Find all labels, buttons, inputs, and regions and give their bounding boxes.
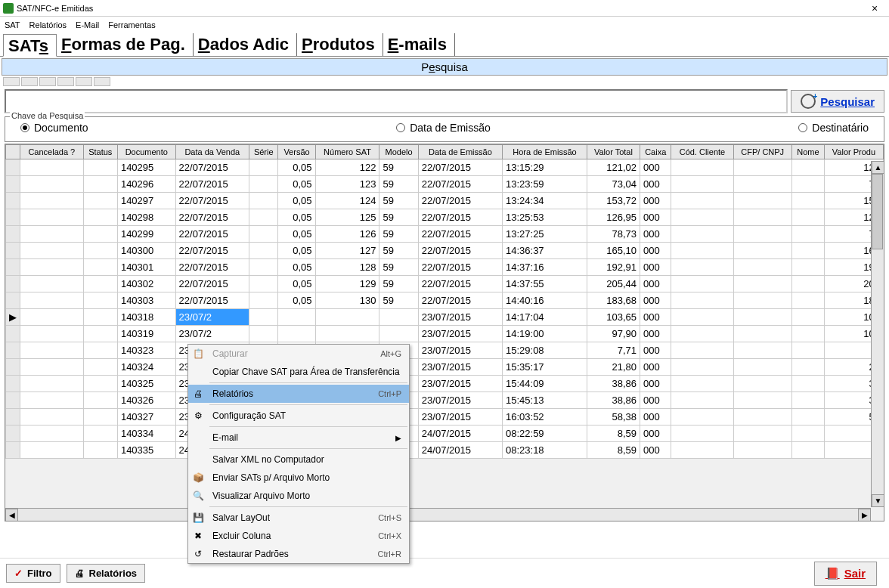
sair-button[interactable]: 📕 Sair: [814, 562, 877, 586]
cell[interactable]: 58,38: [587, 409, 640, 426]
cell[interactable]: 140319: [117, 326, 175, 342]
cell[interactable]: 153,72: [587, 193, 640, 209]
cell[interactable]: [791, 292, 824, 309]
cell[interactable]: [733, 193, 791, 209]
cell[interactable]: 22/07/2015: [418, 159, 502, 176]
cell[interactable]: 59: [379, 226, 418, 243]
table-row[interactable]: 14031923/07/223/07/201514:19:0097,900001…: [6, 326, 884, 342]
cell[interactable]: 000: [640, 259, 671, 276]
cell[interactable]: [83, 159, 117, 176]
cell[interactable]: [791, 226, 824, 243]
cell[interactable]: 15:44:09: [502, 376, 587, 392]
close-button[interactable]: ×: [863, 2, 886, 14]
cell[interactable]: 59: [379, 176, 418, 193]
context-item-e-mail[interactable]: E-mail▶: [188, 429, 409, 447]
cell[interactable]: 129: [315, 276, 379, 292]
cell[interactable]: 140298: [117, 209, 175, 226]
cell[interactable]: 23/07/2015: [418, 309, 502, 326]
cell[interactable]: 140334: [117, 426, 175, 442]
cell[interactable]: [671, 326, 733, 342]
table-row[interactable]: 14032523/07/223/07/201515:44:0938,860003…: [6, 376, 884, 392]
cell[interactable]: 000: [640, 193, 671, 209]
tiny-btn[interactable]: [94, 77, 110, 86]
cell[interactable]: [733, 376, 791, 392]
cell[interactable]: 000: [640, 376, 671, 392]
context-item-restaurar-padr-es[interactable]: ↺Restaurar PadrõesCtrl+R: [188, 545, 409, 563]
cell[interactable]: 124: [315, 193, 379, 209]
cell[interactable]: [671, 376, 733, 392]
cell[interactable]: 000: [640, 309, 671, 326]
tiny-btn[interactable]: [76, 77, 92, 86]
cell[interactable]: 122: [315, 159, 379, 176]
cell[interactable]: 22/07/2015: [418, 209, 502, 226]
cell[interactable]: 140295: [117, 159, 175, 176]
cell[interactable]: [791, 442, 824, 459]
cell[interactable]: 7,71: [587, 342, 640, 359]
scrollbar-vertical[interactable]: ▲ ▼: [871, 161, 884, 507]
context-item-salvar-layout[interactable]: 💾Salvar LayOutCtrl+S: [188, 509, 409, 527]
cell[interactable]: 24/07/2015: [418, 442, 502, 459]
cell[interactable]: 140303: [117, 292, 175, 309]
cell[interactable]: 123: [315, 176, 379, 193]
cell[interactable]: [379, 326, 418, 342]
table-row[interactable]: 14032423/07/223/07/201515:35:1721,800002…: [6, 359, 884, 376]
scroll-thumb[interactable]: [872, 174, 883, 249]
cell[interactable]: [83, 193, 117, 209]
cell[interactable]: 126,95: [587, 209, 640, 226]
cell[interactable]: 126: [315, 226, 379, 243]
table-row[interactable]: 14029922/07/20150,051265922/07/201513:27…: [6, 226, 884, 243]
cell[interactable]: 14:19:00: [502, 326, 587, 342]
cell[interactable]: [671, 259, 733, 276]
cell[interactable]: [733, 426, 791, 442]
cell[interactable]: [671, 276, 733, 292]
cell[interactable]: 22/07/2015: [175, 193, 249, 209]
cell[interactable]: [20, 309, 84, 326]
cell[interactable]: 22/07/2015: [418, 226, 502, 243]
cell[interactable]: 38,86: [587, 376, 640, 392]
col-header[interactable]: Valor Total: [587, 145, 640, 159]
cell[interactable]: [671, 159, 733, 176]
cell[interactable]: 140300: [117, 243, 175, 259]
cell[interactable]: [791, 193, 824, 209]
cell[interactable]: [83, 276, 117, 292]
table-row[interactable]: 14029822/07/20150,051255922/07/201513:25…: [6, 209, 884, 226]
cell[interactable]: [791, 392, 824, 409]
cell[interactable]: [83, 409, 117, 426]
col-header[interactable]: Cancelada ?: [20, 145, 84, 159]
cell[interactable]: [671, 193, 733, 209]
cell[interactable]: 14:37:55: [502, 276, 587, 292]
cell[interactable]: 24/07/2015: [418, 426, 502, 442]
radio-destinatário[interactable]: Destinatário: [798, 122, 869, 134]
cell[interactable]: [733, 359, 791, 376]
cell[interactable]: [791, 326, 824, 342]
cell[interactable]: 15:29:08: [502, 342, 587, 359]
cell[interactable]: [791, 276, 824, 292]
menu-ferramentas[interactable]: Ferramentas: [108, 20, 155, 29]
cell[interactable]: [733, 442, 791, 459]
cell[interactable]: 23/07/2: [175, 309, 249, 326]
col-header[interactable]: Valor Produ: [824, 145, 883, 159]
cell[interactable]: 13:15:29: [502, 159, 587, 176]
cell[interactable]: [671, 392, 733, 409]
cell[interactable]: 140296: [117, 176, 175, 193]
table-row[interactable]: 14030222/07/20150,051295922/07/201514:37…: [6, 276, 884, 292]
cell[interactable]: 121,02: [587, 159, 640, 176]
cell[interactable]: 140325: [117, 376, 175, 392]
cell[interactable]: [733, 309, 791, 326]
menu-relatorios[interactable]: Relatórios: [29, 20, 67, 29]
cell[interactable]: [249, 193, 278, 209]
cell[interactable]: 22/07/2015: [175, 209, 249, 226]
cell[interactable]: [791, 159, 824, 176]
cell[interactable]: [733, 259, 791, 276]
cell[interactable]: 14:40:16: [502, 292, 587, 309]
col-header[interactable]: Nome: [791, 145, 824, 159]
cell[interactable]: [83, 342, 117, 359]
table-row[interactable]: 14032623/07/223/07/201515:45:1338,860003…: [6, 392, 884, 409]
cell[interactable]: 140302: [117, 276, 175, 292]
cell[interactable]: 192,91: [587, 259, 640, 276]
cell[interactable]: 23/07/2015: [418, 359, 502, 376]
cell[interactable]: [249, 259, 278, 276]
cell[interactable]: 59: [379, 209, 418, 226]
cell[interactable]: [249, 209, 278, 226]
cell[interactable]: [20, 442, 84, 459]
